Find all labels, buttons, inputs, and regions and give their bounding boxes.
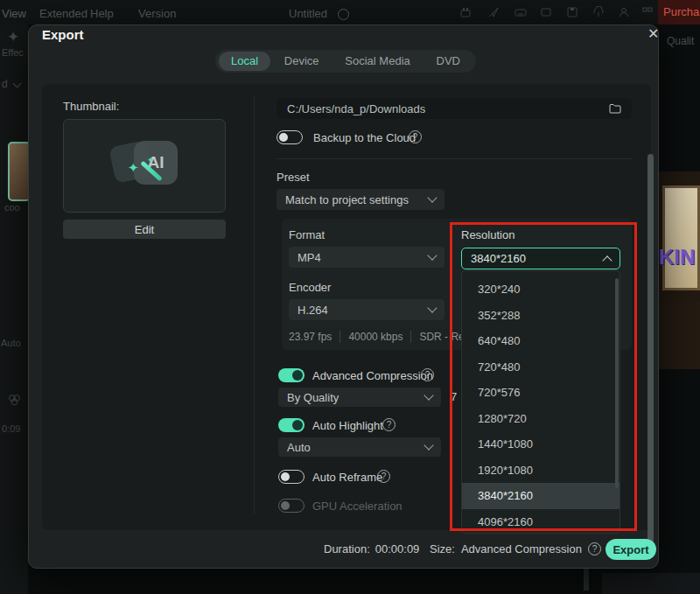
auto-reframe-help-icon[interactable]: ? xyxy=(377,470,390,483)
backup-cloud-toggle[interactable] xyxy=(276,130,303,144)
video-preview-thumbnail: KIN xyxy=(659,171,700,369)
resolution-combobox[interactable]: 3840*2160 xyxy=(461,248,620,269)
save-path-field[interactable]: C:/Users/nda_p/Downloads xyxy=(276,98,632,119)
resolution-option[interactable]: 352*288 xyxy=(462,303,620,329)
bitrate-stat: 40000 kbps xyxy=(348,331,402,343)
backup-cloud-label: Backup to the Cloud xyxy=(313,131,416,144)
resolution-option[interactable]: 720*480 xyxy=(462,354,620,381)
resolution-option[interactable]: 4096*2160 xyxy=(462,509,620,535)
account-icon[interactable] xyxy=(618,6,630,18)
app-screen: View Extended Help Version Untitled Purc… xyxy=(0,0,700,594)
clip-label: coo xyxy=(4,202,20,213)
auto-reframe-toggle[interactable] xyxy=(278,470,304,484)
close-icon[interactable]: ✕ xyxy=(648,25,659,42)
encoder-label: Encoder xyxy=(289,281,331,294)
chevron-down-icon xyxy=(427,192,437,202)
preview-watermark: KIN xyxy=(659,245,695,269)
size-label: Size: xyxy=(430,542,455,556)
sidebar-effects-label[interactable]: Effec xyxy=(2,47,24,58)
chevron-down-icon xyxy=(424,390,433,400)
dropdown-scrollbar[interactable] xyxy=(615,278,619,488)
sparkle-icon: ✦ xyxy=(128,160,139,176)
menu-view[interactable]: View xyxy=(2,7,26,20)
auto-highlight-dropdown[interactable]: Auto xyxy=(278,437,441,457)
thumbnail-label: Thumbnail: xyxy=(63,100,119,113)
gpu-acceleration-label: GPU Acceleration xyxy=(312,500,402,513)
menu-version[interactable]: Version xyxy=(138,7,176,20)
window-icon[interactable] xyxy=(540,6,552,18)
dialog-scrollbar[interactable] xyxy=(648,154,654,544)
sync-status-icon xyxy=(338,9,349,20)
compression-mode-dropdown[interactable]: By Quality xyxy=(278,388,441,407)
resolution-option-selected[interactable]: 3840*2160 xyxy=(462,483,620,509)
sparkle-icon-small: ✦ xyxy=(147,156,154,164)
menu-help[interactable]: Help xyxy=(90,7,114,20)
resolution-option[interactable]: 1280*720 xyxy=(462,406,620,432)
fps-stat: 23.97 fps xyxy=(289,331,332,343)
preset-dropdown[interactable]: Match to project settings xyxy=(276,189,444,210)
size-value: Advanced Compression xyxy=(461,542,582,556)
format-value: MP4 xyxy=(298,251,321,264)
resolution-option[interactable]: 320*240 xyxy=(462,276,620,303)
chevron-down-icon xyxy=(424,440,433,450)
auto-reframe-label: Auto Reframe xyxy=(312,471,382,484)
menu-bar: View Extended Help Version Untitled Purc… xyxy=(0,0,700,24)
encoder-dropdown[interactable]: H.264 xyxy=(289,299,444,320)
preset-label: Preset xyxy=(276,171,310,184)
send-icon[interactable] xyxy=(487,6,500,18)
auto-highlight-help-icon[interactable]: ? xyxy=(382,418,396,431)
duration-info: Duration: 00:00:09 xyxy=(324,542,419,556)
folder-icon[interactable] xyxy=(609,103,621,114)
advanced-compression-toggle[interactable] xyxy=(278,368,304,382)
cloud-download-icon[interactable] xyxy=(592,6,605,18)
timeline-scrollbar-fragment[interactable] xyxy=(584,569,589,591)
gpu-acceleration-toggle[interactable] xyxy=(278,499,304,513)
chevron-down-icon xyxy=(427,250,437,260)
purchase-button[interactable]: Purcha xyxy=(658,0,700,24)
column-divider xyxy=(254,96,255,514)
preview-shelf xyxy=(659,303,700,369)
chevron-down-icon xyxy=(427,303,437,312)
chevron-up-icon xyxy=(602,255,612,265)
preset-value: Match to project settings xyxy=(285,193,409,206)
shortcut-keyboard-icon[interactable] xyxy=(514,6,527,18)
save-icon[interactable] xyxy=(566,6,578,18)
duration-label: Duration: xyxy=(324,542,370,556)
edit-thumbnail-button[interactable]: Edit xyxy=(63,220,226,239)
auto-highlight-value: Auto xyxy=(287,441,311,454)
compression-mode-value: By Quality xyxy=(287,391,339,404)
resolution-option[interactable]: 640*480 xyxy=(462,328,620,354)
effects-icon[interactable]: ✦ xyxy=(7,28,19,46)
section-divider xyxy=(276,158,632,159)
encoder-value: H.264 xyxy=(298,304,328,317)
left-sidebar xyxy=(0,24,28,594)
timecode-label: 0:09 xyxy=(2,423,20,434)
plugin-icon[interactable] xyxy=(459,6,472,18)
resolution-option[interactable]: 1440*1080 xyxy=(462,431,620,458)
export-tabs: Local Device Social Media DVD xyxy=(215,50,476,73)
advanced-compression-help-icon[interactable]: ? xyxy=(421,368,434,381)
size-help-icon[interactable]: ? xyxy=(588,542,601,556)
tab-social-media[interactable]: Social Media xyxy=(332,52,422,71)
backup-help-icon[interactable]: ? xyxy=(409,130,422,143)
sidebar-dropdown[interactable]: d xyxy=(2,78,8,90)
resolution-option[interactable]: 720*576 xyxy=(462,380,620,406)
save-path-value: C:/Users/nda_p/Downloads xyxy=(287,102,425,115)
resolution-option[interactable]: 1920*1080 xyxy=(462,458,620,484)
format-dropdown[interactable]: MP4 xyxy=(289,247,444,268)
menu-extended[interactable]: Extended xyxy=(39,7,88,20)
tab-dvd[interactable]: DVD xyxy=(424,52,472,71)
sidebar-auto-label[interactable]: Auto xyxy=(1,338,21,348)
resolution-dropdown-list: 320*240 352*288 640*480 720*480 720*576 … xyxy=(461,270,620,534)
tab-local[interactable]: Local xyxy=(219,52,270,71)
auto-highlight-toggle[interactable] xyxy=(278,418,304,432)
resolution-value: 3840*2160 xyxy=(471,252,526,265)
project-title: Untitled xyxy=(289,7,327,20)
blend-circles-icon[interactable] xyxy=(7,394,22,407)
layout-icon[interactable] xyxy=(641,6,654,18)
export-button[interactable]: Export xyxy=(606,539,656,560)
auto-highlight-label: Auto Highlight xyxy=(312,419,383,432)
advanced-compression-label: Advanced Compression xyxy=(312,369,433,382)
format-label: Format xyxy=(289,228,325,241)
tab-device[interactable]: Device xyxy=(272,52,332,71)
